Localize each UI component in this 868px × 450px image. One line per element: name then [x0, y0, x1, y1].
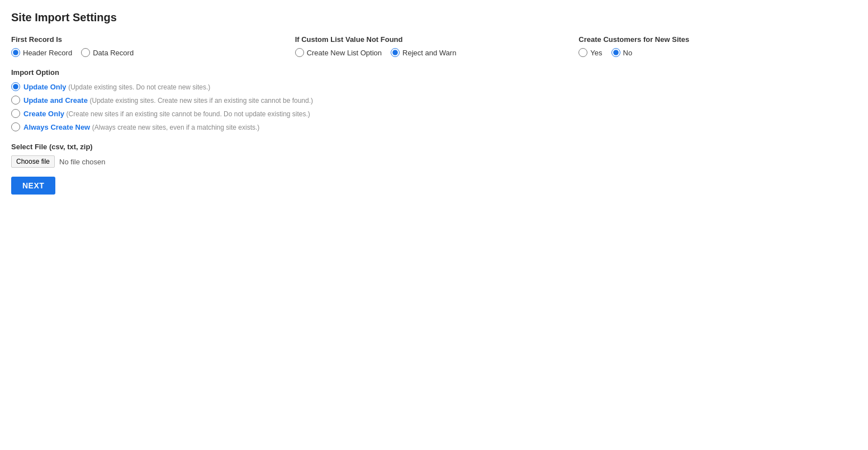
- select-file-label: Select File (csv, txt, zip): [11, 143, 857, 151]
- customers-yes-radio[interactable]: [578, 48, 587, 57]
- file-input-row: Choose file No file chosen: [11, 155, 857, 168]
- create-new-list-label: Create New List Option: [307, 49, 382, 57]
- first-record-radio-group: Header Record Data Record: [11, 48, 290, 57]
- update-create-radio[interactable]: [11, 96, 20, 105]
- create-only-item[interactable]: Create Only (Create new sites if an exis…: [11, 109, 857, 118]
- select-file-section: Select File (csv, txt, zip) Choose file …: [11, 143, 857, 168]
- first-record-section: First Record Is Header Record Data Recor…: [11, 35, 290, 57]
- always-create-new-label: Always Create New (Always create new sit…: [23, 123, 259, 131]
- update-only-label: Update Only (Update existing sites. Do n…: [23, 83, 210, 91]
- data-record-radio[interactable]: [81, 48, 90, 57]
- update-only-radio[interactable]: [11, 82, 20, 91]
- customers-no-radio[interactable]: [611, 48, 620, 57]
- create-customers-section: Create Customers for New Sites Yes No: [578, 35, 857, 57]
- update-create-label: Update and Create (Update existing sites…: [23, 96, 313, 105]
- create-new-list-radio[interactable]: [295, 48, 304, 57]
- import-option-section: Import Option Update Only (Update existi…: [11, 68, 857, 131]
- custom-list-radio-group: Create New List Option Reject and Warn: [295, 48, 573, 57]
- create-customers-label: Create Customers for New Sites: [578, 35, 857, 44]
- next-button[interactable]: NEXT: [11, 177, 55, 195]
- custom-list-section: If Custom List Value Not Found Create Ne…: [295, 35, 573, 57]
- customers-no-label: No: [623, 49, 633, 57]
- customers-yes-item[interactable]: Yes: [578, 48, 602, 57]
- header-record-label: Header Record: [23, 49, 72, 57]
- always-create-new-radio[interactable]: [11, 122, 20, 131]
- reject-warn-radio[interactable]: [391, 48, 400, 57]
- settings-grid: First Record Is Header Record Data Recor…: [11, 35, 857, 57]
- custom-list-label: If Custom List Value Not Found: [295, 35, 573, 44]
- first-record-label: First Record Is: [11, 35, 290, 44]
- choose-file-button[interactable]: Choose file: [11, 155, 55, 168]
- update-create-item[interactable]: Update and Create (Update existing sites…: [11, 96, 857, 105]
- no-file-text: No file chosen: [59, 158, 105, 166]
- header-record-item[interactable]: Header Record: [11, 48, 72, 57]
- customers-no-item[interactable]: No: [611, 48, 633, 57]
- create-only-label: Create Only (Create new sites if an exis…: [23, 110, 310, 118]
- create-new-list-item[interactable]: Create New List Option: [295, 48, 382, 57]
- update-only-item[interactable]: Update Only (Update existing sites. Do n…: [11, 82, 857, 91]
- data-record-item[interactable]: Data Record: [81, 48, 134, 57]
- page-title: Site Import Settings: [11, 11, 857, 24]
- reject-warn-item[interactable]: Reject and Warn: [391, 48, 456, 57]
- import-option-title: Import Option: [11, 68, 857, 77]
- create-customers-radio-group: Yes No: [578, 48, 857, 57]
- reject-warn-label: Reject and Warn: [402, 49, 456, 57]
- customers-yes-label: Yes: [590, 49, 602, 57]
- create-only-radio[interactable]: [11, 109, 20, 118]
- always-create-new-item[interactable]: Always Create New (Always create new sit…: [11, 122, 857, 131]
- header-record-radio[interactable]: [11, 48, 20, 57]
- data-record-label: Data Record: [93, 49, 134, 57]
